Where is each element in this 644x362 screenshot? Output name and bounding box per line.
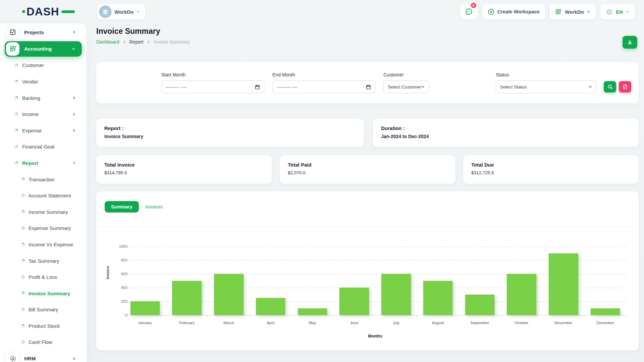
sidebar-item-vendor[interactable]: Vendor bbox=[0, 73, 87, 90]
start-month-placeholder: --------- ---- bbox=[166, 84, 186, 89]
chart-y-axis-title: Invoice bbox=[106, 266, 110, 279]
status-select[interactable]: Select Status bbox=[496, 80, 596, 93]
workdo-menu-label: WorkDo bbox=[565, 9, 584, 15]
sidebar-item-accounting[interactable]: Accounting bbox=[5, 41, 82, 57]
apply-filter-button[interactable] bbox=[604, 81, 616, 93]
total-paid-label: Total Paid bbox=[288, 162, 447, 168]
app-root: DASH WorkDo 0 Create Workspace WorkDo bbox=[0, 0, 644, 362]
bar-slot-march bbox=[208, 246, 250, 315]
sidebar-item-financial-goal[interactable]: Financial Goal bbox=[0, 139, 87, 155]
sidebar-item-hrm[interactable]: HRM bbox=[0, 350, 87, 362]
x-tick-label-march: March bbox=[208, 321, 250, 325]
chart-x-tick-marks bbox=[124, 315, 626, 318]
report-label: Report : bbox=[104, 125, 356, 131]
workdo-menu-button[interactable]: WorkDo bbox=[550, 4, 596, 19]
sidebar-item-account-statement[interactable]: Account Statement bbox=[0, 187, 87, 204]
x-tick-label-february: February bbox=[166, 321, 208, 325]
sidebar-item-expense[interactable]: Expense bbox=[0, 122, 87, 139]
total-invoice-card: Total Invoice $314,795.5 bbox=[96, 155, 272, 184]
bar-slot-june bbox=[333, 246, 375, 315]
workspace-avatar bbox=[99, 6, 111, 18]
workspace-switcher[interactable]: WorkDo bbox=[97, 4, 145, 19]
bullet-icon bbox=[21, 178, 24, 181]
dash-logo[interactable]: DASH bbox=[22, 6, 75, 17]
language-label: EN bbox=[616, 9, 623, 15]
chart-bars bbox=[124, 246, 626, 315]
bullet-icon bbox=[21, 308, 24, 311]
status-label: Status bbox=[496, 72, 596, 77]
total-due-card: Total Due $312,725.5 bbox=[463, 155, 639, 184]
bar-february[interactable] bbox=[172, 281, 201, 315]
search-icon bbox=[607, 84, 613, 89]
sidebar-item-tax-summary[interactable]: Tax Summary bbox=[0, 253, 87, 269]
end-month-input[interactable]: --------- ---- bbox=[272, 80, 375, 93]
sidebar-item-income-vs-expense[interactable]: Income Vs Expense bbox=[0, 236, 87, 253]
bullet-icon bbox=[21, 292, 24, 295]
bar-october[interactable] bbox=[507, 274, 536, 315]
language-selector[interactable]: EN bbox=[600, 4, 635, 19]
sidebar-item-label: HRM bbox=[24, 356, 36, 361]
sidebar-item-label: Income Summary bbox=[29, 209, 68, 215]
modules-grid-icon bbox=[555, 8, 562, 15]
download-icon bbox=[627, 39, 633, 45]
customer-select-value: Select Customer bbox=[388, 84, 421, 89]
bar-november[interactable] bbox=[549, 253, 578, 315]
chart-tabs: Summary Invoices bbox=[105, 201, 163, 213]
logo-dot-icon bbox=[22, 10, 25, 13]
calendar-icon[interactable] bbox=[366, 84, 371, 89]
total-due-value: $312,725.5 bbox=[471, 170, 631, 175]
total-paid-value: $2,070.0 bbox=[288, 170, 447, 175]
sidebar-item-banking[interactable]: Banking bbox=[0, 90, 87, 106]
bullet-icon bbox=[14, 113, 18, 116]
calendar-icon[interactable] bbox=[255, 84, 260, 89]
sidebar-item-label: Transaction bbox=[29, 177, 55, 182]
sidebar-item-label: Accounting bbox=[24, 46, 52, 52]
bullet-icon bbox=[14, 145, 18, 148]
breadcrumb-dashboard[interactable]: Dashboard bbox=[96, 39, 119, 45]
x-tick-label-july: July bbox=[375, 321, 417, 325]
bullet-icon bbox=[21, 227, 24, 230]
tab-invoices[interactable]: Invoices bbox=[146, 204, 163, 209]
customer-select[interactable]: Select Customer bbox=[383, 80, 429, 93]
messages-button[interactable]: 0 bbox=[460, 4, 478, 19]
sidebar-item-income[interactable]: Income bbox=[0, 106, 87, 122]
bar-june[interactable] bbox=[339, 288, 369, 315]
bar-december[interactable] bbox=[591, 308, 620, 315]
bar-slot-october bbox=[501, 246, 543, 315]
tab-summary[interactable]: Summary bbox=[105, 201, 139, 213]
bar-march[interactable] bbox=[214, 274, 243, 315]
chart-x-tick-labels: JanuaryFebruaryMarchAprilMayJuneJulyAugu… bbox=[124, 321, 626, 325]
sidebar-item-cash-flow[interactable]: Cash Flow bbox=[0, 334, 87, 351]
sidebar-item-product-stock[interactable]: Product Stock bbox=[0, 318, 87, 334]
bar-may[interactable] bbox=[298, 308, 327, 315]
sidebar-item-expense-summary[interactable]: Expense Summary bbox=[0, 220, 87, 237]
sidebar-item-label: Report bbox=[22, 160, 38, 166]
chart-x-axis-title: Months bbox=[124, 334, 626, 339]
sidebar-item-customer[interactable]: Customer bbox=[0, 57, 87, 74]
filter-actions bbox=[604, 81, 631, 93]
download-button[interactable] bbox=[623, 36, 637, 49]
sidebar-item-profit-loss[interactable]: Profit & Loss bbox=[0, 269, 87, 285]
sidebar-item-report[interactable]: Report bbox=[0, 155, 87, 171]
sidebar-item-transaction[interactable]: Transaction bbox=[0, 171, 87, 188]
chevron-right-icon bbox=[72, 356, 76, 362]
bar-july[interactable] bbox=[381, 274, 411, 315]
bar-september[interactable] bbox=[465, 295, 494, 315]
bar-april[interactable] bbox=[256, 298, 285, 315]
breadcrumb-report[interactable]: Report bbox=[129, 39, 144, 45]
create-workspace-button[interactable]: Create Workspace bbox=[482, 4, 545, 19]
sidebar-item-label: Cash Flow bbox=[29, 339, 52, 345]
bullet-icon bbox=[14, 80, 18, 83]
sidebar-item-invoice-summary[interactable]: Invoice Summary bbox=[0, 285, 87, 302]
sidebar-item-label: Invoice Summary bbox=[29, 291, 70, 296]
duration-card: Duration : Jan-2024 to Dec-2024 bbox=[373, 119, 639, 147]
customer-label: Customer bbox=[383, 72, 429, 77]
chevron-right-icon bbox=[72, 95, 76, 101]
sidebar-item-income-summary[interactable]: Income Summary bbox=[0, 204, 87, 220]
bar-august[interactable] bbox=[423, 281, 452, 315]
reset-filter-button[interactable] bbox=[619, 81, 631, 93]
start-month-input[interactable]: --------- ---- bbox=[161, 80, 264, 93]
sidebar-item-bill-summary[interactable]: Bill Summary bbox=[0, 302, 87, 318]
sidebar-item-projects[interactable]: Projects bbox=[0, 24, 87, 41]
bar-january[interactable] bbox=[130, 301, 160, 315]
